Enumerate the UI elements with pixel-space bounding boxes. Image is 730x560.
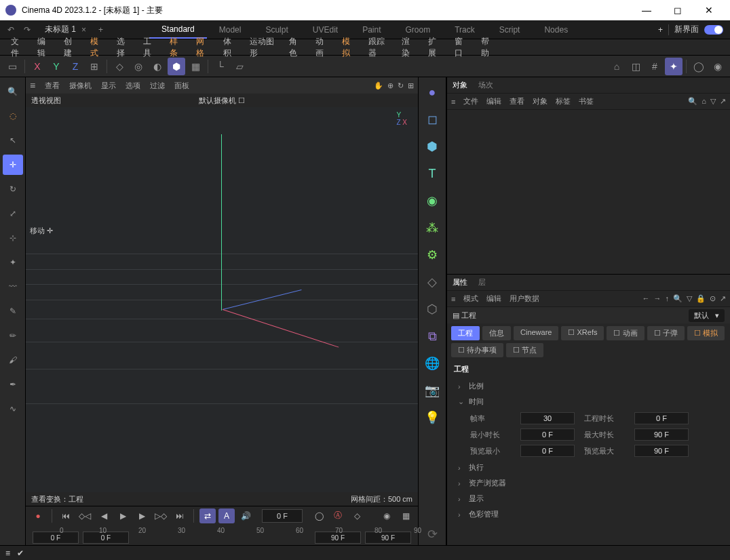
- menu-0[interactable]: 文件: [4, 36, 31, 59]
- minimize-button[interactable]: —: [631, 0, 662, 20]
- sphere-pal-icon[interactable]: ●: [421, 81, 443, 103]
- tl-opt1-icon[interactable]: ◉: [379, 508, 395, 523]
- attrtab-4[interactable]: ☐ 动画: [607, 326, 644, 340]
- vpmenu-2[interactable]: 显示: [101, 81, 116, 91]
- vpmenu-3[interactable]: 选项: [126, 81, 140, 91]
- move-icon[interactable]: ✛: [3, 155, 23, 175]
- camera-label[interactable]: 默认摄像机 ☐: [199, 96, 245, 106]
- axis-icon[interactable]: ⊹: [3, 228, 23, 248]
- menu-14[interactable]: 渲染: [395, 36, 421, 59]
- menu-8[interactable]: 体积: [216, 36, 243, 59]
- clone-pal-icon[interactable]: ⁂: [421, 217, 443, 239]
- shape-icon[interactable]: ⬢: [168, 58, 185, 75]
- menu-16[interactable]: 窗口: [448, 36, 474, 59]
- magnet-icon[interactable]: ⌂: [608, 58, 626, 75]
- layout-toggle[interactable]: [704, 25, 723, 35]
- menu-5[interactable]: 工具: [136, 36, 163, 59]
- attributes-tab[interactable]: 属性: [453, 277, 467, 287]
- section-scale[interactable]: ›比例: [447, 378, 730, 394]
- timeline-ruler[interactable]: 0 F0 F90 F90 F 0102030405060708090: [26, 525, 418, 545]
- spline-icon[interactable]: 〰: [3, 277, 23, 297]
- mesh-icon[interactable]: ▦: [187, 58, 204, 75]
- loop-icon[interactable]: ⇄: [199, 508, 216, 523]
- objmenu-1[interactable]: 编辑: [486, 96, 501, 106]
- attrtab-3[interactable]: ☐ XRefs: [561, 326, 604, 340]
- menu-2[interactable]: 创建: [57, 36, 83, 59]
- hand-icon[interactable]: ✋: [374, 81, 383, 90]
- prev-frame-icon[interactable]: ◀: [96, 508, 112, 523]
- nav-gizmo[interactable]: YZ X: [396, 111, 407, 126]
- coord-icon[interactable]: ⊞: [85, 58, 103, 75]
- object-tree[interactable]: [447, 110, 730, 274]
- globe-pal-icon[interactable]: 🌐: [421, 353, 443, 374]
- status-menu-icon[interactable]: ≡: [5, 548, 10, 558]
- pointer-icon[interactable]: ↖: [3, 130, 23, 151]
- last-frame-icon[interactable]: ⏭: [172, 508, 188, 523]
- curve-icon[interactable]: ∿: [3, 399, 23, 419]
- attr-filter-icon[interactable]: ▽: [687, 294, 692, 303]
- camera-pal-icon[interactable]: 📷: [421, 380, 443, 401]
- orbit-icon[interactable]: ↻: [398, 81, 404, 90]
- scale-icon[interactable]: ⤢: [3, 203, 23, 224]
- brush3-icon[interactable]: 🖌: [3, 350, 23, 370]
- cube-icon[interactable]: ◇: [111, 58, 128, 75]
- attr-expand-icon[interactable]: ↗: [720, 294, 726, 303]
- obj-expand-icon[interactable]: ↗: [720, 97, 726, 106]
- scene-pal-icon[interactable]: ⬡: [421, 298, 443, 320]
- preset-select[interactable]: 默认 ▾: [689, 309, 725, 322]
- field-v1[interactable]: 0 F: [520, 428, 575, 441]
- menu-9[interactable]: 运动图形: [243, 36, 282, 59]
- help-menu[interactable]: 帮助: [474, 36, 726, 59]
- attrtab-8[interactable]: ☐ 节点: [506, 343, 543, 357]
- grid-icon[interactable]: #: [646, 58, 664, 75]
- menu-6[interactable]: 样条: [163, 36, 189, 59]
- vpmenu-5[interactable]: 面板: [174, 81, 189, 91]
- takes-tab[interactable]: 场次: [478, 80, 493, 90]
- menu-3[interactable]: 模式: [83, 36, 110, 59]
- add-doc-button[interactable]: +: [93, 25, 109, 35]
- record-icon[interactable]: ●: [30, 508, 46, 523]
- objmenu-4[interactable]: 标签: [556, 96, 571, 106]
- cube-pal-icon[interactable]: ⬢: [421, 136, 443, 157]
- attrtab-6[interactable]: ☐ 模拟: [687, 326, 725, 340]
- deform-pal-icon[interactable]: ◇: [421, 271, 443, 293]
- menu-7[interactable]: 网格: [189, 36, 216, 59]
- key-icon[interactable]: ◯: [311, 508, 327, 523]
- menu-4[interactable]: 选择: [110, 36, 136, 59]
- sound-icon[interactable]: 🔊: [237, 508, 254, 523]
- render-pal-icon[interactable]: ⟳: [421, 523, 443, 545]
- views-icon[interactable]: ⊞: [408, 81, 414, 90]
- settings-icon[interactable]: ⊙: [710, 294, 716, 303]
- attrmenu-1[interactable]: 编辑: [486, 294, 501, 304]
- keyback-icon[interactable]: ◇◁: [77, 508, 93, 523]
- current-frame[interactable]: 0 F: [262, 509, 303, 523]
- search-icon[interactable]: 🔍: [3, 81, 23, 102]
- rotate-icon[interactable]: ↻: [3, 179, 23, 199]
- line-icon[interactable]: └: [212, 58, 229, 75]
- link-pal-icon[interactable]: ⧉: [421, 325, 443, 347]
- section-3[interactable]: ›色彩管理: [447, 506, 730, 522]
- circle-icon[interactable]: ◯: [690, 58, 708, 75]
- transform-icon[interactable]: ✦: [3, 252, 23, 273]
- x-axis-icon[interactable]: X: [28, 58, 46, 75]
- camera-icon[interactable]: ▭: [3, 58, 21, 75]
- attr-hamburger-icon[interactable]: ≡: [451, 295, 455, 303]
- fwd-icon[interactable]: →: [654, 294, 661, 303]
- autokey-icon[interactable]: A: [218, 508, 235, 523]
- plane-icon[interactable]: ▱: [231, 58, 248, 75]
- sphere-icon[interactable]: ◎: [130, 58, 147, 75]
- menu-13[interactable]: 跟踪器: [362, 36, 395, 59]
- section-time[interactable]: ⌄时间: [447, 394, 730, 409]
- field-pal-icon[interactable]: ◉: [421, 190, 443, 212]
- brush2-icon[interactable]: ✏: [3, 325, 23, 346]
- objmenu-2[interactable]: 查看: [510, 96, 524, 106]
- layers-tab[interactable]: 层: [478, 277, 486, 287]
- cylinder-icon[interactable]: ◐: [149, 58, 166, 75]
- vpmenu-0[interactable]: 查看: [45, 81, 60, 91]
- tl-opt2-icon[interactable]: ▦: [398, 508, 414, 523]
- objmenu-5[interactable]: 书签: [579, 96, 594, 106]
- square-pal-icon[interactable]: ◻: [421, 108, 443, 130]
- obj-filter-icon[interactable]: ▽: [710, 97, 716, 106]
- menu-11[interactable]: 动画: [309, 36, 335, 59]
- first-frame-icon[interactable]: ⏮: [58, 508, 74, 523]
